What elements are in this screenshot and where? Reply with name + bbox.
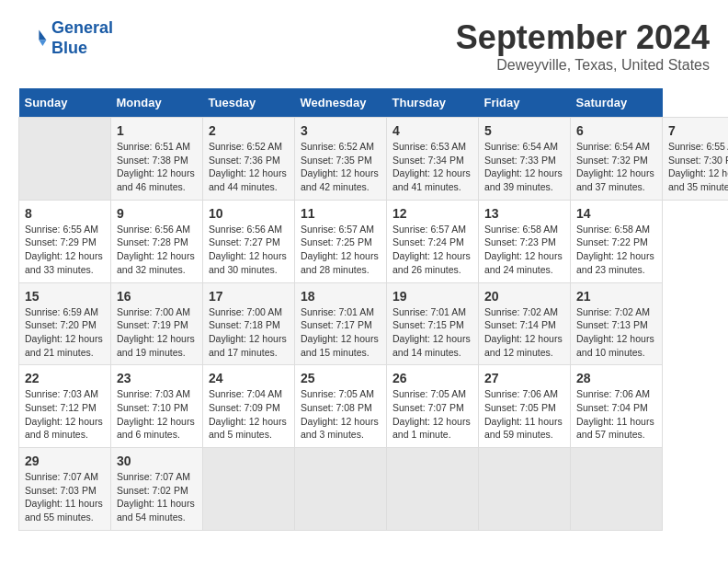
day-info: Sunrise: 7:04 AM Sunset: 7:09 PM Dayligh…: [209, 387, 289, 442]
calendar-cell: 8 Sunrise: 6:55 AM Sunset: 7:29 PM Dayli…: [19, 200, 111, 282]
day-number: 6: [576, 123, 656, 138]
day-number: 24: [209, 371, 289, 385]
day-info: Sunrise: 7:02 AM Sunset: 7:13 PM Dayligh…: [576, 305, 656, 360]
day-info: Sunrise: 6:54 AM Sunset: 7:32 PM Dayligh…: [576, 140, 656, 194]
day-info: Sunrise: 6:58 AM Sunset: 7:22 PM Dayligh…: [576, 223, 656, 277]
title-block: September 2024 Deweyville, Texas, United…: [456, 18, 710, 74]
page-title: September 2024: [456, 18, 710, 57]
day-info: Sunrise: 7:03 AM Sunset: 7:12 PM Dayligh…: [25, 387, 105, 442]
calendar-cell: 15 Sunrise: 6:59 AM Sunset: 7:20 PM Dayl…: [19, 282, 111, 365]
day-number: 5: [484, 123, 564, 138]
calendar-cell: 14 Sunrise: 6:58 AM Sunset: 7:22 PM Dayl…: [571, 200, 663, 282]
calendar-cell: 29 Sunrise: 7:07 AM Sunset: 7:03 PM Dayl…: [19, 448, 111, 531]
calendar-cell: 18 Sunrise: 7:01 AM Sunset: 7:17 PM Dayl…: [295, 282, 387, 365]
day-number: 25: [301, 371, 381, 385]
day-info: Sunrise: 7:02 AM Sunset: 7:14 PM Dayligh…: [484, 305, 564, 360]
calendar-cell: 7 Sunrise: 6:55 AM Sunset: 7:30 PM Dayli…: [663, 118, 729, 201]
calendar-cell: 28 Sunrise: 7:06 AM Sunset: 7:04 PM Dayl…: [571, 365, 663, 448]
day-number: 16: [117, 289, 197, 304]
day-info: Sunrise: 7:06 AM Sunset: 7:04 PM Dayligh…: [576, 387, 656, 442]
logo-line1: General: [51, 18, 113, 37]
day-number: 9: [117, 206, 197, 221]
day-number: 20: [484, 289, 564, 304]
day-info: Sunrise: 7:06 AM Sunset: 7:05 PM Dayligh…: [484, 387, 564, 442]
day-info: Sunrise: 7:00 AM Sunset: 7:19 PM Dayligh…: [117, 305, 197, 360]
header-thursday: Thursday: [387, 88, 479, 118]
day-info: Sunrise: 6:56 AM Sunset: 7:27 PM Dayligh…: [209, 223, 289, 277]
calendar-cell: 13 Sunrise: 6:58 AM Sunset: 7:23 PM Dayl…: [479, 200, 571, 282]
day-number: 10: [209, 206, 289, 221]
page-subtitle: Deweyville, Texas, United States: [456, 57, 710, 74]
calendar-week-3: 15 Sunrise: 6:59 AM Sunset: 7:20 PM Dayl…: [19, 282, 729, 365]
day-number: 23: [117, 371, 197, 385]
day-info: Sunrise: 6:52 AM Sunset: 7:36 PM Dayligh…: [209, 140, 289, 194]
day-number: 18: [301, 289, 381, 304]
day-number: 14: [576, 206, 656, 221]
day-number: 3: [301, 123, 381, 138]
day-number: 22: [25, 371, 105, 385]
day-number: 11: [301, 206, 381, 221]
calendar-cell: [387, 448, 479, 531]
header-monday: Monday: [111, 88, 203, 118]
header-saturday: Saturday: [571, 88, 663, 118]
day-info: Sunrise: 7:05 AM Sunset: 7:07 PM Dayligh…: [392, 387, 472, 442]
day-number: 12: [392, 206, 472, 221]
svg-marker-1: [39, 40, 46, 45]
calendar-cell: 26 Sunrise: 7:05 AM Sunset: 7:07 PM Dayl…: [387, 365, 479, 448]
calendar-cell: 17 Sunrise: 7:00 AM Sunset: 7:18 PM Dayl…: [203, 282, 295, 365]
calendar-week-2: 8 Sunrise: 6:55 AM Sunset: 7:29 PM Dayli…: [19, 200, 729, 282]
day-info: Sunrise: 7:01 AM Sunset: 7:15 PM Dayligh…: [392, 305, 472, 360]
day-info: Sunrise: 7:05 AM Sunset: 7:08 PM Dayligh…: [301, 387, 381, 442]
calendar-cell: 23 Sunrise: 7:03 AM Sunset: 7:10 PM Dayl…: [111, 365, 203, 448]
calendar-week-5: 29 Sunrise: 7:07 AM Sunset: 7:03 PM Dayl…: [19, 448, 729, 531]
calendar-cell: [203, 448, 295, 531]
day-number: 19: [392, 289, 472, 304]
day-info: Sunrise: 6:53 AM Sunset: 7:34 PM Dayligh…: [392, 140, 472, 194]
calendar-body: 1 Sunrise: 6:51 AM Sunset: 7:38 PM Dayli…: [19, 118, 729, 531]
calendar-cell: 21 Sunrise: 7:02 AM Sunset: 7:13 PM Dayl…: [571, 282, 663, 365]
calendar-cell: 24 Sunrise: 7:04 AM Sunset: 7:09 PM Dayl…: [203, 365, 295, 448]
day-info: Sunrise: 6:54 AM Sunset: 7:33 PM Dayligh…: [484, 140, 564, 194]
day-number: 7: [668, 123, 728, 138]
day-number: 29: [25, 454, 105, 468]
logo-icon: [18, 24, 48, 53]
calendar-header: SundayMondayTuesdayWednesdayThursdayFrid…: [19, 88, 729, 118]
calendar-cell: [479, 448, 571, 531]
calendar-cell: 4 Sunrise: 6:53 AM Sunset: 7:34 PM Dayli…: [387, 118, 479, 201]
svg-marker-0: [39, 29, 46, 40]
calendar-cell: 11 Sunrise: 6:57 AM Sunset: 7:25 PM Dayl…: [295, 200, 387, 282]
calendar-cell: [295, 448, 387, 531]
calendar-cell: 10 Sunrise: 6:56 AM Sunset: 7:27 PM Dayl…: [203, 200, 295, 282]
header-wednesday: Wednesday: [295, 88, 387, 118]
calendar-week-1: 1 Sunrise: 6:51 AM Sunset: 7:38 PM Dayli…: [19, 118, 729, 201]
calendar-cell: 20 Sunrise: 7:02 AM Sunset: 7:14 PM Dayl…: [479, 282, 571, 365]
day-info: Sunrise: 6:55 AM Sunset: 7:30 PM Dayligh…: [668, 140, 728, 194]
day-info: Sunrise: 6:55 AM Sunset: 7:29 PM Dayligh…: [25, 223, 105, 277]
day-info: Sunrise: 6:51 AM Sunset: 7:38 PM Dayligh…: [117, 140, 197, 194]
calendar-week-4: 22 Sunrise: 7:03 AM Sunset: 7:12 PM Dayl…: [19, 365, 729, 448]
day-info: Sunrise: 7:01 AM Sunset: 7:17 PM Dayligh…: [301, 305, 381, 360]
day-number: 26: [392, 371, 472, 385]
day-info: Sunrise: 6:52 AM Sunset: 7:35 PM Dayligh…: [301, 140, 381, 194]
header-sunday: Sunday: [19, 88, 111, 118]
logo-line2: Blue: [51, 39, 87, 57]
day-info: Sunrise: 7:03 AM Sunset: 7:10 PM Dayligh…: [117, 387, 197, 442]
day-number: 15: [25, 289, 105, 304]
day-info: Sunrise: 6:57 AM Sunset: 7:24 PM Dayligh…: [392, 223, 472, 277]
day-number: 17: [209, 289, 289, 304]
day-info: Sunrise: 7:07 AM Sunset: 7:02 PM Dayligh…: [117, 470, 197, 524]
logo: General Blue: [18, 18, 113, 58]
page-header: General Blue September 2024 Deweyville, …: [18, 18, 710, 74]
day-number: 13: [484, 206, 564, 221]
calendar-cell: 2 Sunrise: 6:52 AM Sunset: 7:36 PM Dayli…: [203, 118, 295, 201]
calendar-cell: 25 Sunrise: 7:05 AM Sunset: 7:08 PM Dayl…: [295, 365, 387, 448]
calendar-cell: 16 Sunrise: 7:00 AM Sunset: 7:19 PM Dayl…: [111, 282, 203, 365]
day-info: Sunrise: 7:07 AM Sunset: 7:03 PM Dayligh…: [25, 470, 105, 524]
day-number: 30: [117, 454, 197, 468]
calendar-cell: [571, 448, 663, 531]
day-number: 27: [484, 371, 564, 385]
day-info: Sunrise: 6:59 AM Sunset: 7:20 PM Dayligh…: [25, 305, 105, 360]
calendar-cell: 3 Sunrise: 6:52 AM Sunset: 7:35 PM Dayli…: [295, 118, 387, 201]
calendar-cell: 6 Sunrise: 6:54 AM Sunset: 7:32 PM Dayli…: [571, 118, 663, 201]
day-info: Sunrise: 6:56 AM Sunset: 7:28 PM Dayligh…: [117, 223, 197, 277]
